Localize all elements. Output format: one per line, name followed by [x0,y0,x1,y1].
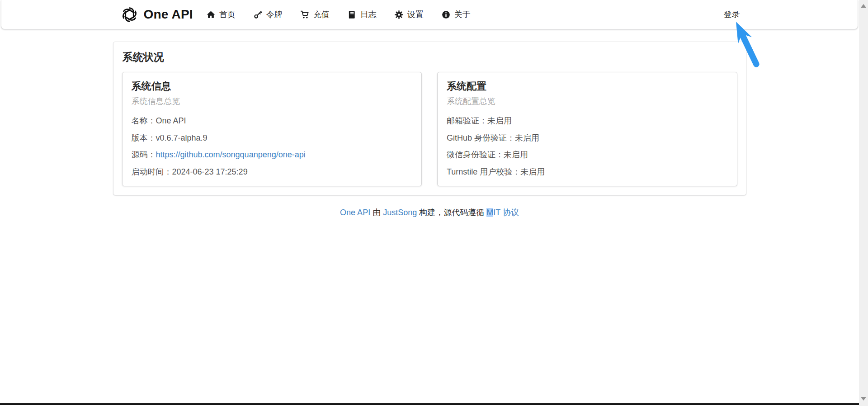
nav-item-home[interactable]: 首页 [198,0,245,29]
nav-item-label: 关于 [454,9,471,20]
selected-text: M [486,208,493,217]
footer: One API 由 JustSong 构建，源代码遵循 MIT 协议 [113,207,746,218]
nav-item-logs[interactable]: 日志 [339,0,386,29]
main-content: 系统状况 系统信息 系统信息总览 名称：One API 版本：v0.6.7-al… [113,12,746,218]
scroll-up-button[interactable] [859,1,868,10]
brand-title: One API [144,7,193,22]
nav-item-tokens[interactable]: 令牌 [245,0,292,29]
nav-item-label: 令牌 [266,9,283,20]
nav-item-topup[interactable]: 充值 [292,0,339,29]
browser-viewport: One API 首页 [0,0,868,406]
info-row-version: 版本：v0.6.7-alpha.9 [132,133,413,143]
footer-mit-link[interactable]: MIT 协议 [486,208,519,217]
info-row-name: 名称：One API [132,116,413,126]
nav-item-settings[interactable]: 设置 [386,0,433,29]
info-row-starttime: 启动时间：2024-06-23 17:25:29 [132,167,413,177]
book-icon [348,10,356,19]
cart-icon [301,10,309,19]
system-status-panel: 系统状况 系统信息 系统信息总览 名称：One API 版本：v0.6.7-al… [113,42,746,195]
brand-home-link[interactable]: One API [113,5,193,24]
vertical-scrollbar[interactable] [859,0,868,406]
scroll-down-button[interactable] [859,394,868,403]
home-icon [207,10,215,19]
system-info-card: 系统信息 系统信息总览 名称：One API 版本：v0.6.7-alpha.9… [122,72,422,186]
top-nav: One API 首页 [1,0,858,29]
nav-item-label: 首页 [219,9,236,20]
card-subtitle: 系统配置总览 [447,96,728,107]
config-row-wechat: 微信身份验证：未启用 [447,150,728,160]
info-icon [442,10,450,19]
key-icon [254,10,262,19]
nav-item-about[interactable]: 关于 [433,0,480,29]
gear-icon [395,10,403,19]
scroll-down-arrow-icon [861,397,866,401]
scroll-up-arrow-icon [861,4,866,8]
footer-justsong-link[interactable]: JustSong [383,208,417,217]
info-row-source: 源码：https://github.com/songquanpeng/one-a… [132,150,413,160]
nav-item-label: 设置 [407,9,424,20]
nav-item-label: 日志 [360,9,377,20]
login-button[interactable]: 登录 [717,0,746,29]
card-subtitle: 系统信息总览 [132,96,413,107]
nav-inner: One API 首页 [113,0,746,29]
nav-item-label: 充值 [313,9,330,20]
config-row-email: 邮箱验证：未启用 [447,116,728,126]
card-title: 系统配置 [447,80,728,93]
page-area: One API 首页 [0,0,859,406]
footer-oneapi-link[interactable]: One API [340,208,370,217]
source-code-link[interactable]: https://github.com/songquanpeng/one-api [156,150,306,159]
system-config-card: 系统配置 系统配置总览 邮箱验证：未启用 GitHub 身份验证：未启用 微信身… [437,72,737,186]
config-row-turnstile: Turnstile 用户校验：未启用 [447,167,728,177]
openai-logo-icon [120,5,139,24]
config-row-github: GitHub 身份验证：未启用 [447,133,728,143]
window-bottom-edge [0,403,859,405]
card-title: 系统信息 [132,80,413,93]
cards-row: 系统信息 系统信息总览 名称：One API 版本：v0.6.7-alpha.9… [122,72,737,186]
page-title: 系统状况 [123,50,737,64]
